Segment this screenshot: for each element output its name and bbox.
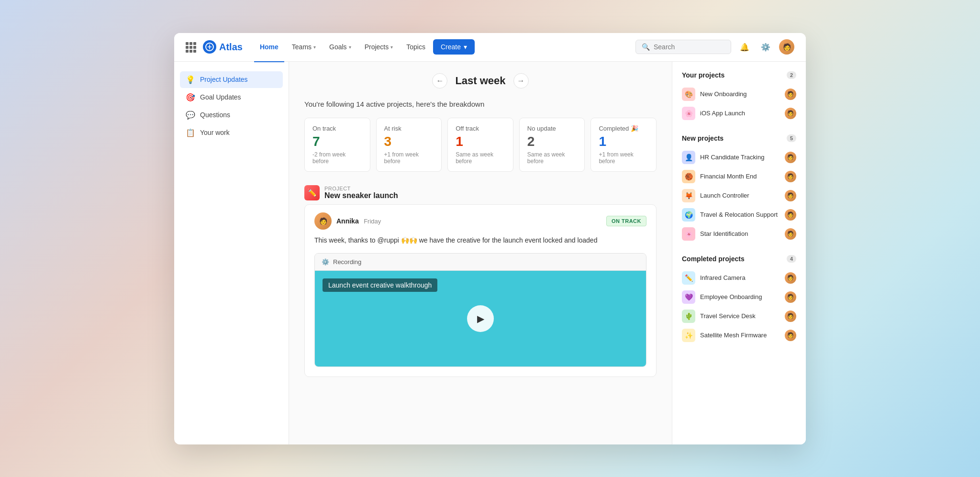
project-meta: Project New sneaker launch <box>324 186 398 200</box>
employee-onboarding-name: Employee Onboarding <box>700 293 780 300</box>
employee-onboarding-avatar: 🧑 <box>785 291 796 303</box>
teams-chevron: ▾ <box>313 44 316 50</box>
summary-text: You're following 14 active projects, her… <box>304 100 657 108</box>
nav-projects[interactable]: Projects ▾ <box>359 40 399 54</box>
star-identification-avatar: 🧑 <box>785 228 796 240</box>
logo-text: Atlas <box>219 42 243 53</box>
hr-candidate-avatar: 🧑 <box>785 152 796 163</box>
settings-icon[interactable]: ⚙️ <box>758 39 773 55</box>
prev-period-button[interactable]: ← <box>432 73 447 89</box>
completed-project-satellite-mesh[interactable]: ✨ Satellite Mesh Firmware 🧑 <box>682 326 796 345</box>
your-project-ios-app-launch[interactable]: 🌸 iOS App Launch 🧑 <box>682 104 796 123</box>
satellite-mesh-icon: ✨ <box>682 329 695 342</box>
stat-no-update-number: 2 <box>527 134 577 149</box>
stats-grid: On track 7 -2 from week before At risk 3… <box>304 118 657 172</box>
new-onboarding-name: New Onboarding <box>700 90 780 98</box>
completed-projects-header: Completed projects 4 <box>682 255 796 263</box>
your-project-new-onboarding[interactable]: 🎨 New Onboarding 🧑 <box>682 85 796 104</box>
star-identification-name: Star Identification <box>700 230 780 237</box>
status-badge: ON TRACK <box>606 216 646 226</box>
financial-month-end-avatar: 🧑 <box>785 171 796 182</box>
header: Atlas Home Teams ▾ Goals ▾ Projects ▾ To… <box>174 33 806 62</box>
header-right: 🔍 🔔 ⚙️ 🧑 <box>635 39 794 55</box>
update-body: This week, thanks to @ruppi 🙌🙌 we have t… <box>305 233 656 253</box>
new-project-launch-controller[interactable]: 🦊 Launch Controller 🧑 <box>682 186 796 205</box>
project-icon: ✏️ <box>304 185 320 200</box>
update-date: Friday <box>364 218 381 225</box>
your-projects-section: Your projects 2 🎨 New Onboarding 🧑 🌸 iOS… <box>682 71 796 123</box>
stat-off-track: Off track 1 Same as week before <box>447 118 513 172</box>
completed-projects-count: 4 <box>787 255 796 263</box>
sidebar-item-label: Project Updates <box>200 76 248 83</box>
project-tag: ✏️ Project New sneaker launch <box>304 185 657 200</box>
stat-completed-change: +1 from week before <box>599 151 648 165</box>
recording-video[interactable]: Launch event creative walkthrough ▶ <box>315 271 646 366</box>
recording-section: ⚙️ Recording Launch event creative walkt… <box>314 253 646 367</box>
search-box[interactable]: 🔍 <box>635 40 731 54</box>
new-project-hr-candidate[interactable]: 👤 HR Candidate Tracking 🧑 <box>682 148 796 167</box>
goals-chevron: ▾ <box>349 44 351 50</box>
infrared-camera-icon: ✏️ <box>682 271 695 285</box>
infrared-camera-name: Infrared Camera <box>700 274 780 281</box>
launch-controller-icon: 🦊 <box>682 189 695 202</box>
sidebar-item-goal-updates[interactable]: 🎯 Goal Updates <box>180 89 283 106</box>
questions-icon: 💬 <box>186 111 195 120</box>
stat-on-track-number: 7 <box>312 134 362 149</box>
nav-teams[interactable]: Teams ▾ <box>286 40 322 54</box>
video-title: Launch event creative walkthrough <box>323 278 437 292</box>
completed-project-travel-service-desk[interactable]: 🌵 Travel Service Desk 🧑 <box>682 307 796 326</box>
grid-icon[interactable] <box>186 42 195 52</box>
stat-at-risk-change: +1 from week before <box>384 151 434 165</box>
update-card: 🧑 Annika Friday ON TRACK This week, than… <box>304 204 657 377</box>
ios-app-launch-avatar: 🧑 <box>785 108 796 119</box>
create-chevron: ▾ <box>464 43 467 51</box>
nav-topics[interactable]: Topics <box>401 40 431 54</box>
sidebar-item-label: Goal Updates <box>200 93 241 101</box>
search-input[interactable] <box>654 43 725 51</box>
new-onboarding-icon: 🎨 <box>682 88 695 101</box>
nav-goals[interactable]: Goals ▾ <box>323 40 357 54</box>
stat-on-track: On track 7 -2 from week before <box>304 118 370 172</box>
next-period-button[interactable]: → <box>513 73 529 89</box>
stat-at-risk: At risk 3 +1 from week before <box>376 118 442 172</box>
stat-completed-label: Completed 🎉 <box>599 125 648 132</box>
launch-controller-avatar: 🧑 <box>785 190 796 201</box>
new-projects-section: New projects 5 👤 HR Candidate Tracking 🧑… <box>682 134 796 244</box>
recording-icon: ⚙️ <box>322 258 329 266</box>
completed-project-infrared-camera[interactable]: ✏️ Infrared Camera 🧑 <box>682 268 796 288</box>
new-project-travel-relocation[interactable]: 🌍 Travel & Relocation Support 🧑 <box>682 205 796 224</box>
travel-service-desk-name: Travel Service Desk <box>700 312 780 320</box>
recording-header: ⚙️ Recording <box>315 254 646 271</box>
sidebar-item-project-updates[interactable]: 💡 Project Updates <box>180 71 283 88</box>
updater-avatar: 🧑 <box>314 212 332 230</box>
sidebar-item-your-work[interactable]: 📋 Your work <box>180 124 283 141</box>
new-project-star-identification[interactable]: 🌸 Star Identification 🧑 <box>682 224 796 244</box>
ios-app-launch-icon: 🌸 <box>682 107 695 120</box>
sidebar-item-questions[interactable]: 💬 Questions <box>180 107 283 123</box>
star-identification-icon: 🌸 <box>682 227 695 241</box>
header-left: Atlas <box>186 40 243 54</box>
create-button[interactable]: Create ▾ <box>433 39 475 55</box>
logo-icon <box>203 40 216 54</box>
user-info: Annika Friday <box>336 217 381 225</box>
logo[interactable]: Atlas <box>203 40 243 54</box>
stat-off-track-number: 1 <box>456 134 505 149</box>
recording-label: Recording <box>333 258 361 266</box>
new-projects-header: New projects 5 <box>682 134 796 142</box>
app-window: Atlas Home Teams ▾ Goals ▾ Projects ▾ To… <box>174 33 806 444</box>
nav-home[interactable]: Home <box>254 40 284 54</box>
right-sidebar: Your projects 2 🎨 New Onboarding 🧑 🌸 iOS… <box>672 62 806 444</box>
project-section: ✏️ Project New sneaker launch 🧑 Annika F… <box>304 185 657 377</box>
completed-project-employee-onboarding[interactable]: 💜 Employee Onboarding 🧑 <box>682 288 796 307</box>
your-projects-header: Your projects 2 <box>682 71 796 79</box>
travel-relocation-name: Travel & Relocation Support <box>700 211 780 218</box>
completed-projects-title: Completed projects <box>682 255 745 263</box>
play-button[interactable]: ▶ <box>467 305 494 332</box>
new-projects-count: 5 <box>787 134 796 142</box>
new-project-financial-month-end[interactable]: 🏀 Financial Month End 🧑 <box>682 167 796 186</box>
employee-onboarding-icon: 💜 <box>682 290 695 304</box>
user-avatar[interactable]: 🧑 <box>779 39 794 55</box>
username: Annika <box>336 217 359 225</box>
notifications-icon[interactable]: 🔔 <box>737 39 752 55</box>
travel-service-desk-icon: 🌵 <box>682 310 695 323</box>
